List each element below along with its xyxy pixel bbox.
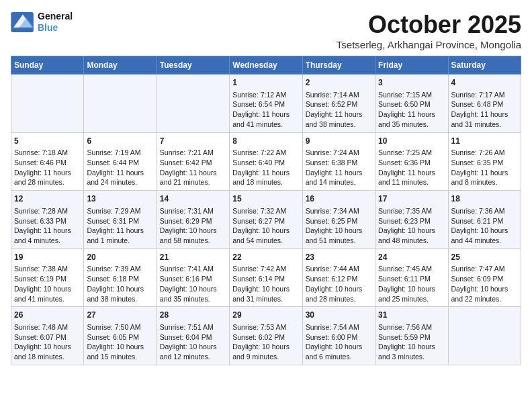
day-info: Sunrise: 7:36 AM Sunset: 6:21 PM Dayligh… <box>451 206 518 246</box>
calendar-cell: 9Sunrise: 7:24 AM Sunset: 6:38 PM Daylig… <box>302 132 375 191</box>
day-info: Sunrise: 7:17 AM Sunset: 6:48 PM Dayligh… <box>451 90 518 130</box>
day-number: 30 <box>306 310 372 321</box>
day-number: 14 <box>160 193 226 205</box>
calendar-cell: 26Sunrise: 7:48 AM Sunset: 6:07 PM Dayli… <box>11 307 84 365</box>
day-info: Sunrise: 7:48 AM Sunset: 6:07 PM Dayligh… <box>14 322 81 362</box>
calendar-cell: 16Sunrise: 7:34 AM Sunset: 6:25 PM Dayli… <box>302 191 375 249</box>
calendar-table: SundayMondayTuesdayWednesdayThursdayFrid… <box>11 56 521 365</box>
calendar-cell: 2Sunrise: 7:14 AM Sunset: 6:52 PM Daylig… <box>302 75 375 133</box>
calendar-cell <box>157 75 229 133</box>
day-info: Sunrise: 7:21 AM Sunset: 6:42 PM Dayligh… <box>160 148 226 187</box>
weekday-header-tuesday: Tuesday <box>157 56 229 75</box>
day-number: 13 <box>87 193 153 205</box>
day-info: Sunrise: 7:19 AM Sunset: 6:44 PM Dayligh… <box>87 148 153 187</box>
calendar-cell: 25Sunrise: 7:47 AM Sunset: 6:09 PM Dayli… <box>448 248 521 307</box>
calendar-cell: 15Sunrise: 7:32 AM Sunset: 6:27 PM Dayli… <box>230 191 302 249</box>
calendar-cell: 20Sunrise: 7:39 AM Sunset: 6:18 PM Dayli… <box>84 248 157 307</box>
day-number: 29 <box>232 310 299 321</box>
weekday-header-row: SundayMondayTuesdayWednesdayThursdayFrid… <box>11 56 521 75</box>
day-info: Sunrise: 7:38 AM Sunset: 6:19 PM Dayligh… <box>14 264 81 304</box>
day-info: Sunrise: 7:47 AM Sunset: 6:09 PM Dayligh… <box>451 264 518 304</box>
calendar-cell <box>448 307 521 365</box>
day-number: 31 <box>378 310 445 321</box>
calendar-week-row: 5Sunrise: 7:18 AM Sunset: 6:46 PM Daylig… <box>11 132 521 191</box>
logo-icon <box>11 12 35 32</box>
weekday-header-sunday: Sunday <box>11 56 84 75</box>
day-number: 7 <box>160 136 226 147</box>
day-number: 8 <box>232 136 299 147</box>
weekday-header-saturday: Saturday <box>448 56 521 75</box>
day-number: 27 <box>87 310 153 321</box>
day-info: Sunrise: 7:44 AM Sunset: 6:12 PM Dayligh… <box>306 264 372 304</box>
day-info: Sunrise: 7:42 AM Sunset: 6:14 PM Dayligh… <box>232 264 299 304</box>
day-number: 16 <box>306 193 372 205</box>
calendar-cell: 17Sunrise: 7:35 AM Sunset: 6:23 PM Dayli… <box>375 191 448 249</box>
day-number: 15 <box>232 193 299 205</box>
logo: General Blue <box>11 11 73 34</box>
day-info: Sunrise: 7:53 AM Sunset: 6:02 PM Dayligh… <box>232 322 299 362</box>
day-info: Sunrise: 7:56 AM Sunset: 5:59 PM Dayligh… <box>378 322 445 362</box>
day-number: 2 <box>306 77 372 89</box>
calendar-week-row: 1Sunrise: 7:12 AM Sunset: 6:54 PM Daylig… <box>11 75 521 133</box>
logo-text: General Blue <box>38 11 73 34</box>
day-info: Sunrise: 7:15 AM Sunset: 6:50 PM Dayligh… <box>378 90 445 130</box>
day-info: Sunrise: 7:12 AM Sunset: 6:54 PM Dayligh… <box>232 90 299 130</box>
day-info: Sunrise: 7:18 AM Sunset: 6:46 PM Dayligh… <box>14 148 81 187</box>
calendar-cell: 4Sunrise: 7:17 AM Sunset: 6:48 PM Daylig… <box>448 75 521 133</box>
day-info: Sunrise: 7:22 AM Sunset: 6:40 PM Dayligh… <box>232 148 299 187</box>
day-info: Sunrise: 7:41 AM Sunset: 6:16 PM Dayligh… <box>160 264 226 304</box>
calendar-week-row: 12Sunrise: 7:28 AM Sunset: 6:33 PM Dayli… <box>11 191 521 249</box>
day-info: Sunrise: 7:50 AM Sunset: 6:05 PM Dayligh… <box>87 322 153 362</box>
weekday-header-friday: Friday <box>375 56 448 75</box>
calendar-cell: 31Sunrise: 7:56 AM Sunset: 5:59 PM Dayli… <box>375 307 448 365</box>
day-number: 21 <box>160 252 226 263</box>
calendar-cell: 21Sunrise: 7:41 AM Sunset: 6:16 PM Dayli… <box>157 248 229 307</box>
day-number: 20 <box>87 252 153 263</box>
day-number: 10 <box>378 136 445 147</box>
calendar-cell: 27Sunrise: 7:50 AM Sunset: 6:05 PM Dayli… <box>84 307 157 365</box>
title-block: October 2025 Tsetserleg, Arkhangai Provi… <box>337 11 521 50</box>
calendar-week-row: 19Sunrise: 7:38 AM Sunset: 6:19 PM Dayli… <box>11 248 521 307</box>
calendar-cell: 30Sunrise: 7:54 AM Sunset: 6:00 PM Dayli… <box>302 307 375 365</box>
day-number: 22 <box>232 252 299 263</box>
calendar-cell: 18Sunrise: 7:36 AM Sunset: 6:21 PM Dayli… <box>448 191 521 249</box>
weekday-header-wednesday: Wednesday <box>230 56 302 75</box>
calendar-cell: 22Sunrise: 7:42 AM Sunset: 6:14 PM Dayli… <box>230 248 302 307</box>
day-number: 24 <box>378 252 445 263</box>
day-info: Sunrise: 7:14 AM Sunset: 6:52 PM Dayligh… <box>306 90 372 130</box>
day-number: 1 <box>232 77 299 89</box>
day-info: Sunrise: 7:34 AM Sunset: 6:25 PM Dayligh… <box>306 206 372 246</box>
day-info: Sunrise: 7:32 AM Sunset: 6:27 PM Dayligh… <box>232 206 299 246</box>
day-info: Sunrise: 7:24 AM Sunset: 6:38 PM Dayligh… <box>306 148 372 187</box>
day-number: 23 <box>306 252 372 263</box>
day-number: 12 <box>14 193 81 205</box>
calendar-cell: 5Sunrise: 7:18 AM Sunset: 6:46 PM Daylig… <box>11 132 84 191</box>
day-number: 26 <box>14 310 81 321</box>
calendar-cell: 8Sunrise: 7:22 AM Sunset: 6:40 PM Daylig… <box>230 132 302 191</box>
day-info: Sunrise: 7:31 AM Sunset: 6:29 PM Dayligh… <box>160 206 226 246</box>
calendar-cell: 13Sunrise: 7:29 AM Sunset: 6:31 PM Dayli… <box>84 191 157 249</box>
day-number: 9 <box>306 136 372 147</box>
calendar-cell: 28Sunrise: 7:51 AM Sunset: 6:04 PM Dayli… <box>157 307 229 365</box>
day-number: 18 <box>451 193 518 205</box>
day-info: Sunrise: 7:28 AM Sunset: 6:33 PM Dayligh… <box>14 206 81 246</box>
day-number: 5 <box>14 136 81 147</box>
day-info: Sunrise: 7:45 AM Sunset: 6:11 PM Dayligh… <box>378 264 445 304</box>
calendar-cell: 1Sunrise: 7:12 AM Sunset: 6:54 PM Daylig… <box>230 75 302 133</box>
day-number: 6 <box>87 136 153 147</box>
calendar-cell: 23Sunrise: 7:44 AM Sunset: 6:12 PM Dayli… <box>302 248 375 307</box>
calendar-cell: 6Sunrise: 7:19 AM Sunset: 6:44 PM Daylig… <box>84 132 157 191</box>
calendar-cell: 12Sunrise: 7:28 AM Sunset: 6:33 PM Dayli… <box>11 191 84 249</box>
calendar-cell <box>84 75 157 133</box>
calendar-cell: 19Sunrise: 7:38 AM Sunset: 6:19 PM Dayli… <box>11 248 84 307</box>
day-number: 4 <box>451 77 518 89</box>
calendar-cell: 11Sunrise: 7:26 AM Sunset: 6:35 PM Dayli… <box>448 132 521 191</box>
location-subtitle: Tsetserleg, Arkhangai Province, Mongolia <box>337 39 521 50</box>
page-header: General Blue October 2025 Tsetserleg, Ar… <box>11 11 521 50</box>
month-title: October 2025 <box>337 11 521 39</box>
weekday-header-monday: Monday <box>84 56 157 75</box>
day-info: Sunrise: 7:35 AM Sunset: 6:23 PM Dayligh… <box>378 206 445 246</box>
day-number: 19 <box>14 252 81 263</box>
day-info: Sunrise: 7:26 AM Sunset: 6:35 PM Dayligh… <box>451 148 518 187</box>
day-number: 17 <box>378 193 445 205</box>
